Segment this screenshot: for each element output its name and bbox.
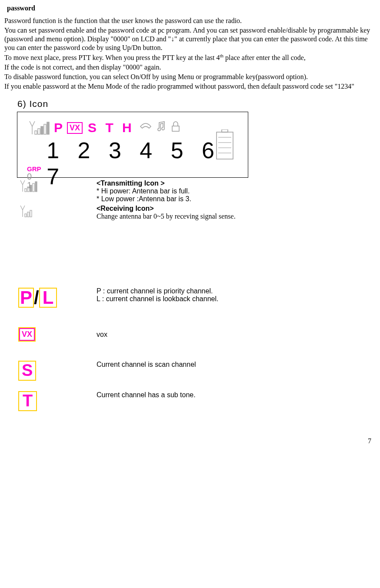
paragraph-part: To move next place, press PTT key. When … xyxy=(4,54,220,61)
grp-number: 0 1 xyxy=(27,172,43,189)
svg-rect-4 xyxy=(38,129,40,134)
lcd-digits: 1 2 3 4 5 6 7 xyxy=(47,137,238,189)
vx-icon-small: VX xyxy=(18,327,36,342)
svg-rect-8 xyxy=(172,126,179,131)
section-title: password xyxy=(7,4,376,12)
vx-icon: VX xyxy=(67,122,83,134)
s-icon: S xyxy=(18,361,36,381)
receiving-desc: Change antenna bar 0~5 by receving signa… xyxy=(97,213,376,220)
slash: / xyxy=(34,287,39,308)
battery-icon xyxy=(215,130,235,163)
sth-icons: S T H xyxy=(85,120,137,135)
t-icon: T xyxy=(18,391,37,411)
paragraph-part: place after enter the all code, xyxy=(223,54,306,61)
p-letter-icon: P xyxy=(18,288,34,308)
tx-lowpower: * Low power :Antenna bar is 3. xyxy=(97,195,376,203)
svg-rect-9 xyxy=(222,130,228,132)
music-icon xyxy=(154,121,168,135)
svg-line-1 xyxy=(32,121,35,126)
receiving-title: <Receiving Icon> xyxy=(97,205,376,213)
svg-rect-27 xyxy=(27,212,29,217)
svg-line-23 xyxy=(20,206,23,210)
svg-line-0 xyxy=(30,121,32,126)
lock-icon xyxy=(169,121,182,135)
phone-icon xyxy=(138,121,153,135)
lcd-diagram: P VX S T H GRP xyxy=(17,112,248,178)
grp-label: GRP 0 1 xyxy=(27,166,43,189)
page-number: 7 xyxy=(4,437,371,445)
grp-text: GRP xyxy=(27,166,43,172)
svg-rect-26 xyxy=(25,214,27,217)
svg-rect-3 xyxy=(35,131,37,134)
pl-desc-p: P : current channel is priority channel. xyxy=(97,287,376,295)
svg-rect-6 xyxy=(44,124,46,134)
pl-icon: P/L xyxy=(18,287,57,308)
l-letter-icon: L xyxy=(39,288,57,308)
paragraph: If you enable password at the Menu Mode … xyxy=(4,82,376,91)
p-icon: P xyxy=(52,120,64,135)
paragraph: If the code is not correct, and then dis… xyxy=(4,63,376,72)
svg-line-24 xyxy=(23,206,25,210)
pl-desc-l: L : current channel is lookback channel. xyxy=(97,295,376,303)
paragraph: You can set password enable and the pass… xyxy=(4,26,376,52)
paragraph: To move next place, press PTT key. When … xyxy=(4,53,376,62)
antenna-partial-icon xyxy=(18,212,39,219)
s-desc: Current channel is scan channel xyxy=(97,361,376,369)
vx-desc: vox xyxy=(97,331,376,339)
svg-rect-5 xyxy=(41,126,43,134)
paragraph: To disable password function, you can se… xyxy=(4,73,376,81)
svg-rect-7 xyxy=(47,122,49,134)
svg-rect-28 xyxy=(30,210,32,217)
vx-text: VX xyxy=(22,330,32,339)
t-desc: Current channel has a sub tone. xyxy=(97,391,376,399)
paragraph: Password function is the function that t… xyxy=(4,17,376,25)
superscript: th xyxy=(220,53,224,58)
icon-section-heading: 6) Icon xyxy=(17,99,376,109)
antenna-icon xyxy=(27,120,51,135)
svg-rect-10 xyxy=(217,132,233,159)
